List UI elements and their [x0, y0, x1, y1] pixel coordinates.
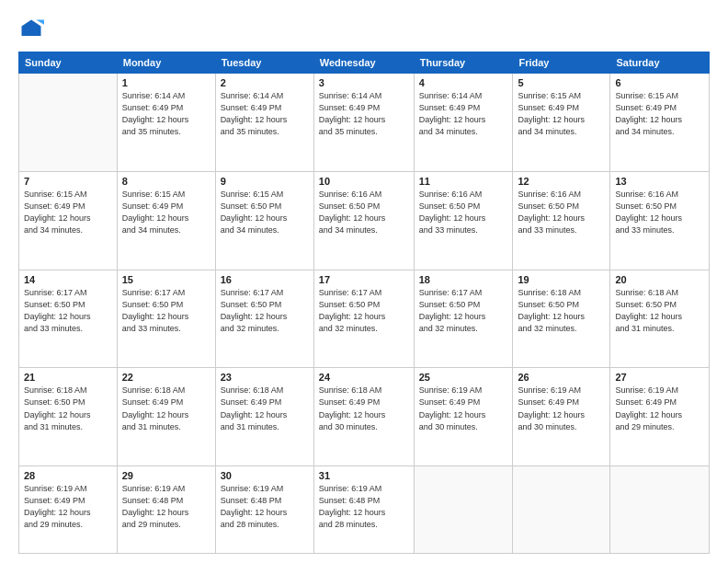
calendar-day-header: Thursday: [414, 52, 513, 74]
day-info: Sunrise: 6:18 AMSunset: 6:50 PMDaylight:…: [615, 287, 704, 335]
day-number: 17: [319, 274, 409, 285]
calendar-week-row: 14Sunrise: 6:17 AMSunset: 6:50 PMDayligh…: [19, 270, 710, 368]
calendar-day-header: Sunday: [19, 52, 118, 74]
calendar-day-cell: 18Sunrise: 6:17 AMSunset: 6:50 PMDayligh…: [414, 270, 513, 368]
day-info: Sunrise: 6:14 AMSunset: 6:49 PMDaylight:…: [122, 90, 210, 138]
day-number: 13: [615, 176, 704, 187]
day-info: Sunrise: 6:19 AMSunset: 6:49 PMDaylight:…: [615, 385, 704, 432]
day-info: Sunrise: 6:17 AMSunset: 6:50 PMDaylight:…: [419, 287, 508, 335]
calendar-day-cell: 23Sunrise: 6:18 AMSunset: 6:49 PMDayligh…: [215, 368, 313, 466]
calendar-day-cell: 26Sunrise: 6:19 AMSunset: 6:49 PMDayligh…: [513, 368, 610, 466]
calendar-day-cell: 4Sunrise: 6:14 AMSunset: 6:49 PMDaylight…: [414, 74, 513, 172]
calendar-day-cell: 19Sunrise: 6:18 AMSunset: 6:50 PMDayligh…: [513, 270, 610, 368]
calendar-day-header: Saturday: [610, 52, 710, 74]
day-info: Sunrise: 6:19 AMSunset: 6:49 PMDaylight:…: [24, 483, 112, 531]
calendar-day-cell: 5Sunrise: 6:15 AMSunset: 6:49 PMDaylight…: [513, 74, 610, 172]
day-number: 7: [24, 176, 112, 187]
day-number: 24: [319, 372, 409, 383]
page: SundayMondayTuesdayWednesdayThursdayFrid…: [0, 0, 728, 563]
calendar-day-cell: 22Sunrise: 6:18 AMSunset: 6:49 PMDayligh…: [117, 368, 215, 466]
day-number: 14: [24, 274, 112, 285]
calendar-day-cell: [19, 74, 118, 172]
day-info: Sunrise: 6:14 AMSunset: 6:49 PMDaylight:…: [319, 90, 409, 138]
header: [18, 17, 710, 42]
day-number: 9: [221, 176, 309, 187]
day-info: Sunrise: 6:16 AMSunset: 6:50 PMDaylight:…: [518, 189, 605, 236]
calendar-day-cell: 24Sunrise: 6:18 AMSunset: 6:49 PMDayligh…: [313, 368, 414, 466]
calendar-week-row: 21Sunrise: 6:18 AMSunset: 6:50 PMDayligh…: [19, 368, 710, 466]
day-info: Sunrise: 6:19 AMSunset: 6:49 PMDaylight:…: [419, 385, 508, 432]
calendar-day-cell: 13Sunrise: 6:16 AMSunset: 6:50 PMDayligh…: [610, 171, 710, 270]
calendar-day-header: Monday: [117, 52, 215, 74]
day-number: 10: [319, 176, 409, 187]
day-number: 11: [419, 176, 508, 187]
calendar-day-cell: 21Sunrise: 6:18 AMSunset: 6:50 PMDayligh…: [19, 368, 118, 466]
day-number: 16: [221, 274, 309, 285]
day-info: Sunrise: 6:18 AMSunset: 6:49 PMDaylight:…: [319, 385, 409, 432]
calendar-day-cell: [513, 466, 610, 554]
calendar-week-row: 28Sunrise: 6:19 AMSunset: 6:49 PMDayligh…: [19, 466, 710, 554]
calendar-day-cell: 8Sunrise: 6:15 AMSunset: 6:49 PMDaylight…: [117, 171, 215, 270]
day-info: Sunrise: 6:14 AMSunset: 6:49 PMDaylight:…: [419, 90, 508, 138]
calendar-day-cell: 16Sunrise: 6:17 AMSunset: 6:50 PMDayligh…: [215, 270, 313, 368]
day-info: Sunrise: 6:16 AMSunset: 6:50 PMDaylight:…: [615, 189, 704, 236]
day-info: Sunrise: 6:15 AMSunset: 6:49 PMDaylight:…: [24, 189, 112, 236]
day-number: 30: [221, 470, 309, 481]
day-info: Sunrise: 6:15 AMSunset: 6:49 PMDaylight:…: [615, 90, 704, 138]
logo: [18, 17, 48, 42]
calendar-day-cell: 17Sunrise: 6:17 AMSunset: 6:50 PMDayligh…: [313, 270, 414, 368]
calendar-day-cell: 7Sunrise: 6:15 AMSunset: 6:49 PMDaylight…: [19, 171, 118, 270]
day-number: 25: [419, 372, 508, 383]
day-number: 28: [24, 470, 112, 481]
day-info: Sunrise: 6:17 AMSunset: 6:50 PMDaylight:…: [122, 287, 210, 335]
day-info: Sunrise: 6:17 AMSunset: 6:50 PMDaylight:…: [24, 287, 112, 335]
day-number: 2: [221, 77, 309, 88]
day-number: 5: [518, 77, 605, 88]
calendar-day-cell: 3Sunrise: 6:14 AMSunset: 6:49 PMDaylight…: [313, 74, 414, 172]
day-number: 6: [615, 77, 704, 88]
day-number: 18: [419, 274, 508, 285]
day-number: 31: [319, 470, 409, 481]
day-number: 20: [615, 274, 704, 285]
calendar-day-cell: 6Sunrise: 6:15 AMSunset: 6:49 PMDaylight…: [610, 74, 710, 172]
calendar-day-cell: 11Sunrise: 6:16 AMSunset: 6:50 PMDayligh…: [414, 171, 513, 270]
calendar-day-cell: 25Sunrise: 6:19 AMSunset: 6:49 PMDayligh…: [414, 368, 513, 466]
day-number: 26: [518, 372, 605, 383]
calendar-day-header: Wednesday: [313, 52, 414, 74]
calendar-day-cell: [414, 466, 513, 554]
day-number: 21: [24, 372, 112, 383]
calendar-day-cell: 14Sunrise: 6:17 AMSunset: 6:50 PMDayligh…: [19, 270, 118, 368]
calendar-day-cell: 27Sunrise: 6:19 AMSunset: 6:49 PMDayligh…: [610, 368, 710, 466]
day-info: Sunrise: 6:15 AMSunset: 6:50 PMDaylight:…: [221, 189, 309, 236]
day-info: Sunrise: 6:15 AMSunset: 6:49 PMDaylight:…: [122, 189, 210, 236]
day-number: 29: [122, 470, 210, 481]
svg-marker-0: [22, 20, 41, 37]
calendar-day-cell: 2Sunrise: 6:14 AMSunset: 6:49 PMDaylight…: [215, 74, 313, 172]
calendar-header-row: SundayMondayTuesdayWednesdayThursdayFrid…: [19, 52, 710, 74]
calendar-day-cell: 29Sunrise: 6:19 AMSunset: 6:48 PMDayligh…: [117, 466, 215, 554]
day-number: 8: [122, 176, 210, 187]
calendar-day-cell: 31Sunrise: 6:19 AMSunset: 6:48 PMDayligh…: [313, 466, 414, 554]
calendar-day-header: Tuesday: [215, 52, 313, 74]
day-info: Sunrise: 6:15 AMSunset: 6:49 PMDaylight:…: [518, 90, 605, 138]
day-info: Sunrise: 6:19 AMSunset: 6:48 PMDaylight:…: [122, 483, 210, 531]
calendar-day-cell: 9Sunrise: 6:15 AMSunset: 6:50 PMDaylight…: [215, 171, 313, 270]
calendar-day-cell: 30Sunrise: 6:19 AMSunset: 6:48 PMDayligh…: [215, 466, 313, 554]
calendar-day-cell: 10Sunrise: 6:16 AMSunset: 6:50 PMDayligh…: [313, 171, 414, 270]
day-info: Sunrise: 6:19 AMSunset: 6:48 PMDaylight:…: [221, 483, 309, 531]
day-info: Sunrise: 6:16 AMSunset: 6:50 PMDaylight:…: [319, 189, 409, 236]
calendar-day-cell: 12Sunrise: 6:16 AMSunset: 6:50 PMDayligh…: [513, 171, 610, 270]
calendar-day-header: Friday: [513, 52, 610, 74]
calendar-day-cell: 1Sunrise: 6:14 AMSunset: 6:49 PMDaylight…: [117, 74, 215, 172]
calendar-day-cell: [610, 466, 710, 554]
calendar-table: SundayMondayTuesdayWednesdayThursdayFrid…: [18, 52, 710, 554]
day-info: Sunrise: 6:18 AMSunset: 6:49 PMDaylight:…: [122, 385, 210, 432]
day-number: 15: [122, 274, 210, 285]
day-number: 4: [419, 77, 508, 88]
calendar-day-cell: 28Sunrise: 6:19 AMSunset: 6:49 PMDayligh…: [19, 466, 118, 554]
day-info: Sunrise: 6:18 AMSunset: 6:50 PMDaylight:…: [518, 287, 605, 335]
day-number: 22: [122, 372, 210, 383]
day-number: 27: [615, 372, 704, 383]
calendar-week-row: 1Sunrise: 6:14 AMSunset: 6:49 PMDaylight…: [19, 74, 710, 172]
day-info: Sunrise: 6:19 AMSunset: 6:49 PMDaylight:…: [518, 385, 605, 432]
